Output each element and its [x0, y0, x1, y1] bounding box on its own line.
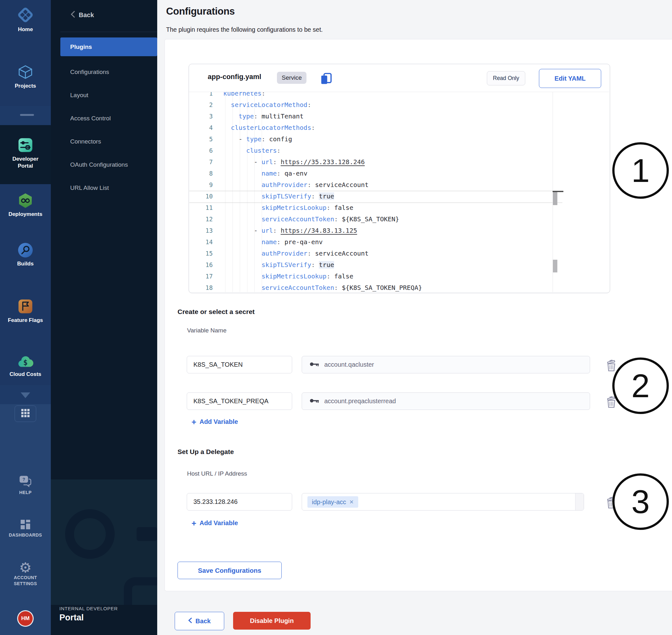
line-number: 11 [189, 204, 213, 211]
copy-button[interactable] [319, 72, 333, 87]
plus-icon: + [192, 419, 196, 425]
sidebar-item-deployments[interactable]: Deployments [0, 192, 51, 218]
read-only-badge: Read Only [487, 71, 525, 85]
secret-selector[interactable]: account.preqaclusterread [302, 392, 590, 410]
sidebar-item-account-settings[interactable]: ⚙ ACCOUNT SETTINGS [0, 561, 51, 587]
yaml-value: serviceAccount [315, 249, 369, 257]
field-addon [575, 494, 584, 510]
sidebar-item-label: Cloud Costs [0, 371, 51, 378]
sidebar-item-feature-flags[interactable]: Feature Flags [0, 297, 51, 324]
secondary-nav-item-label: OAuth Configurations [70, 161, 128, 168]
secondary-nav-item-label: Connectors [70, 138, 101, 145]
remove-tag-icon[interactable]: ✕ [349, 499, 354, 505]
yaml-key: name [261, 238, 277, 246]
add-variable-button[interactable]: + Add Variable [192, 520, 238, 527]
secret-selector[interactable]: account.qacluster [302, 356, 590, 373]
scrollbar-thumb[interactable] [553, 191, 557, 205]
line-number: 14 [189, 238, 213, 245]
yaml-key: clusterLocatorMethods [231, 124, 311, 131]
secondary-nav-item[interactable]: Connectors [51, 130, 157, 153]
sidebar-item-label: Deployments [0, 211, 51, 218]
secret-rows: account.qacluster [187, 356, 650, 429]
edit-yaml-button[interactable]: Edit YAML [539, 69, 601, 88]
line-number: 1 [189, 92, 213, 97]
secondary-nav-item[interactable]: URL Allow List [51, 176, 157, 199]
annotation-number: 1 [612, 142, 669, 199]
divider [60, 32, 157, 32]
line-number: 17 [189, 273, 213, 280]
sidebar-item-label: Portal [18, 163, 33, 169]
yaml-value: config [269, 135, 292, 143]
back-button[interactable]: Back [175, 612, 224, 630]
sidebar-item-cloud-costs[interactable]: $ Cloud Costs [0, 353, 51, 378]
delegate-tags-field[interactable]: idp-play-acc ✕ [302, 493, 584, 510]
add-variable-button[interactable]: + Add Variable [192, 418, 238, 425]
secondary-nav-item[interactable]: Plugins [60, 38, 157, 56]
sidebar-item-help[interactable]: ? HELP [0, 475, 51, 496]
sidebar-item-label: Feature Flags [0, 317, 51, 324]
delete-row-button[interactable] [605, 359, 617, 373]
sidebar-item-developer-portal[interactable]: Developer Portal [0, 136, 51, 170]
yaml-key: serviceAccountToken [261, 284, 334, 291]
secret-section-heading: Create or select a secret [177, 308, 255, 315]
sidebar-item-builds[interactable]: Builds [0, 241, 51, 267]
sidebar-item-dashboards[interactable]: DASHBOARDS [0, 518, 51, 538]
yaml-key: authProvider [261, 249, 307, 257]
sidebar-watermark [51, 479, 157, 605]
save-configurations-button[interactable]: Save Configurations [177, 562, 282, 579]
sidebar-item-label: HELP [0, 489, 51, 496]
secondary-nav-item-label: URL Allow List [70, 184, 109, 192]
secondary-sidebar: Back Plugins Configurations Layout Acces… [51, 0, 157, 635]
yaml-filename: app-config.yaml [208, 73, 261, 81]
builds-icon [17, 255, 34, 260]
yaml-value: https://35.233.128.246 [281, 158, 365, 166]
variable-name-input[interactable] [187, 392, 292, 410]
annotation-number: 3 [612, 474, 669, 530]
line-number: 6 [189, 147, 213, 154]
secondary-nav-item[interactable]: OAuth Configurations [51, 153, 157, 176]
yaml-value: multiTenant [261, 112, 303, 120]
sidebar-item-home[interactable]: Home [0, 5, 51, 33]
line-number: 8 [189, 170, 213, 177]
svg-text:$: $ [23, 358, 28, 367]
chevron-left-icon [188, 617, 192, 625]
yaml-key: skipTLSVerify [261, 261, 311, 269]
code-line: 15 authProvider: serviceAccount [189, 248, 609, 259]
secondary-nav-item[interactable]: Configurations [51, 60, 157, 84]
yaml-key: clusters [246, 147, 277, 154]
secondary-nav-list: Plugins Configurations Layout Access Con… [51, 38, 157, 199]
code-line: 4 clusterLocatorMethods: [189, 122, 609, 133]
chevron-down-icon[interactable] [21, 392, 30, 398]
yaml-value: ${K8S_SA_TOKEN_PREQA} [342, 284, 422, 291]
yaml-value: true [319, 192, 334, 200]
variable-name-input[interactable] [187, 356, 292, 373]
code-line: 13 - url: https://34.83.13.125 [189, 225, 609, 236]
back-nav-link[interactable]: Back [70, 11, 94, 19]
disable-plugin-button[interactable]: Disable Plugin [233, 612, 310, 630]
scrollbar-thumb[interactable] [553, 260, 557, 272]
host-url-input[interactable] [187, 493, 292, 510]
chevron-left-icon [70, 11, 75, 19]
sidebar-item-projects[interactable]: Projects [0, 63, 51, 90]
yaml-key: skipMetricsLookup [261, 204, 326, 212]
sidebar-item-label: Builds [0, 260, 51, 267]
code-line: 16 skipTLSVerify: true [189, 259, 609, 270]
yaml-key: type [239, 112, 254, 120]
page-subtitle: The plugin requires the following config… [166, 26, 323, 33]
yaml-key: url [261, 158, 273, 166]
collapse-handle[interactable] [20, 114, 34, 116]
code-line: 7 - url: https://35.233.128.246 [189, 156, 609, 168]
copy-icon [319, 81, 333, 87]
scrollbar-marker [552, 191, 563, 192]
secondary-nav-item[interactable]: Layout [51, 84, 157, 107]
secondary-nav-item[interactable]: Access Control [51, 107, 157, 130]
code-editor: 1kubernetes: 2 serviceLocatorMethod: 3 t… [189, 92, 609, 292]
portal-subtitle: INTERNAL DEVELOPER [59, 606, 118, 611]
plus-icon: + [192, 520, 196, 526]
yaml-value: qa-env [285, 170, 307, 177]
code-line: 6 clusters: [189, 145, 609, 156]
module-browser-button[interactable] [15, 406, 36, 422]
line-number: 12 [189, 216, 213, 223]
line-number: 5 [189, 136, 213, 143]
user-avatar[interactable]: HM [18, 611, 33, 626]
